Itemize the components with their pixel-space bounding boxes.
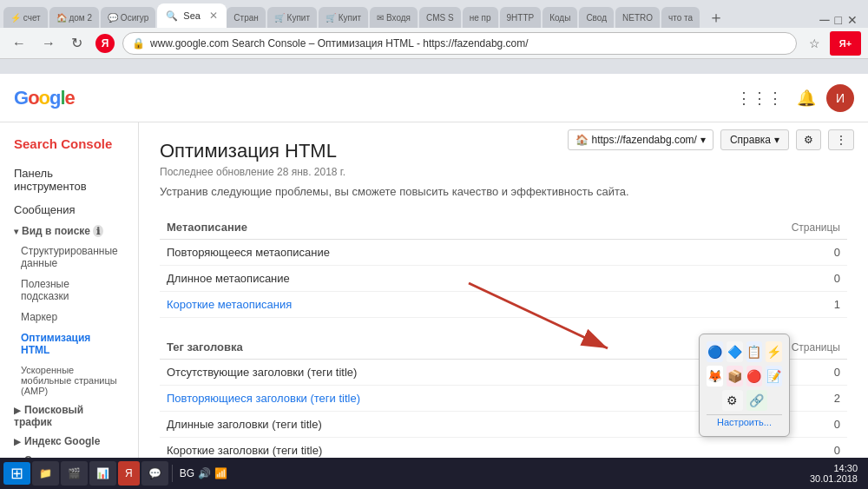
popup-icons-row2: 🦊 📦 🔴 📝	[707, 366, 782, 387]
table-row: Короткие метаописания 1	[160, 292, 847, 318]
popup-icon-3[interactable]: 📋	[746, 341, 763, 362]
page-description: Устранив следующие проблемы, вы сможете …	[160, 185, 847, 198]
site-dropdown-icon: ▾	[700, 134, 706, 146]
popup-icon-2[interactable]: 🔷	[727, 341, 743, 362]
start-button[interactable]: ⊞	[3, 462, 30, 485]
table-row: Длинное метаописание 0	[160, 266, 847, 292]
address-bar[interactable]: 🔒 www.google.com Search Console – Оптими…	[122, 32, 797, 55]
expand-arrow-traffic: ▶	[14, 406, 21, 415]
meta-val-short: 1	[667, 292, 847, 318]
popup-icon-6[interactable]: 📦	[727, 366, 743, 387]
taskbar: ⊞ 📁 🎬 📊 Я 💬 BG 🔊 📶 14:30 30.01.2018	[0, 458, 868, 489]
bookmark-button[interactable]: ☆	[802, 31, 826, 56]
new-tab-button[interactable]: ＋	[701, 7, 731, 28]
tab-kupit1[interactable]: 🛒 Купит	[267, 7, 317, 28]
title-link-dup[interactable]: Повторяющиеся заголовки (теги title)	[167, 392, 360, 405]
configure-button[interactable]: Настроить...	[707, 414, 782, 429]
tab-sea-active[interactable]: 🔍 Sea ✕	[157, 3, 227, 28]
tab-kik[interactable]: 💬 Осигур	[101, 7, 155, 28]
expand-arrow-index: ▶	[14, 437, 21, 446]
minimize-button[interactable]: ─	[819, 12, 829, 28]
apps-button[interactable]: ⋮⋮⋮	[733, 85, 786, 111]
tab-cms[interactable]: CMS S	[419, 7, 461, 28]
popup-icon-7[interactable]: 🔴	[746, 366, 763, 387]
taskbar-app3[interactable]: 📊	[89, 461, 116, 486]
tab-kody[interactable]: Коды	[542, 7, 577, 28]
google-header: Google ⋮⋮⋮ 🔔 И	[0, 74, 868, 122]
sidebar-sub-marker[interactable]: Маркер	[0, 307, 138, 327]
browser-chrome: ⚡ счет 🏠 дом 2 💬 Осигур 🔍 Sea ✕ Стран 🛒 …	[0, 0, 868, 74]
tray-lang: BG	[180, 467, 194, 479]
help-label: Справка	[730, 134, 771, 146]
popup-icon-8[interactable]: 📝	[766, 366, 782, 387]
site-icon: 🏠	[575, 134, 589, 146]
popup-icon-4[interactable]: ⚡	[766, 341, 782, 362]
tab-favicon: 🔍	[166, 10, 178, 22]
more-button[interactable]: ⋮	[828, 129, 854, 150]
nav-bar: ← → ↻ Я 🔒 www.google.com Search Console …	[0, 28, 868, 59]
clock-time: 14:30	[810, 463, 858, 473]
tab-stran[interactable]: Стран	[227, 7, 265, 28]
sidebar-sub-html-opt[interactable]: Оптимизация HTML	[0, 327, 138, 360]
popup-icon-10[interactable]: 🔗	[746, 390, 767, 411]
tab-dom2[interactable]: 🏠 дом 2	[49, 7, 99, 28]
yandex-login-button[interactable]: Я+	[830, 31, 861, 56]
refresh-button[interactable]: ↻	[66, 33, 88, 53]
sidebar-item-messages[interactable]: Сообщения	[0, 198, 138, 221]
tab-netrc[interactable]: NETRO	[615, 7, 660, 28]
popup-icon-bt[interactable]: 🔵	[707, 341, 723, 362]
sidebar-section-index[interactable]: ▶Индекс Google	[0, 432, 138, 451]
sidebar-section-view[interactable]: ▾Вид в поиске ℹ	[0, 221, 138, 241]
sidebar-sub-tips[interactable]: Полезные подсказки	[0, 274, 138, 307]
sidebar-title: Search Console	[0, 129, 138, 162]
user-avatar[interactable]: И	[826, 84, 854, 112]
back-button[interactable]: ←	[7, 34, 31, 53]
close-window-button[interactable]: ✕	[847, 13, 858, 27]
meta-link-short[interactable]: Короткие метаописания	[167, 298, 292, 311]
maximize-button[interactable]: □	[835, 13, 842, 27]
tab-chtota[interactable]: что та	[661, 7, 700, 28]
content-header: 🏠 https://fazendabg.com/ ▾ Справка ▾ ⚙ ⋮	[554, 122, 868, 157]
site-selector[interactable]: 🏠 https://fazendabg.com/ ▾	[568, 129, 713, 150]
tab-mail[interactable]: ✉ Входя	[370, 7, 418, 28]
title-row-dup: Повторяющиеся заголовки (теги title)	[160, 386, 696, 412]
section-meta: Метаописание Страницы Повторяющееся мета…	[160, 215, 847, 318]
tab-svod[interactable]: Свод	[579, 7, 614, 28]
meta-val-long: 0	[667, 266, 847, 292]
title-col-name: Тег заголовка	[160, 335, 696, 360]
tab-kupit2[interactable]: 🛒 Купит	[319, 7, 368, 28]
popup-icons-row3: ⚙ 🔗	[707, 390, 782, 411]
sidebar-sub-structured[interactable]: Структурированные данные	[0, 241, 138, 274]
taskbar-media[interactable]: 🎬	[61, 461, 88, 486]
tab-http[interactable]: не пр	[463, 7, 498, 28]
taskbar-yandex[interactable]: Я	[118, 461, 140, 486]
meta-row-long: Длинное метаописание	[160, 266, 667, 292]
sidebar-sub-amp[interactable]: Ускоренные мобильные страницы (AMP)	[0, 360, 138, 400]
taskbar-separator	[172, 465, 173, 482]
forward-button[interactable]: →	[36, 34, 61, 53]
meta-row-short: Короткие метаописания	[160, 292, 667, 318]
taskbar-tray: BG 🔊 📶	[176, 467, 231, 479]
tray-network: 📶	[214, 467, 227, 479]
taskbar-explorer[interactable]: 📁	[32, 461, 59, 486]
help-button[interactable]: Справка ▾	[720, 129, 789, 150]
title-row-long: Длинные заголовки (теги title)	[160, 412, 696, 438]
tab-label: Sea	[183, 10, 201, 21]
window-controls: ─ □ ✕	[819, 12, 865, 28]
sidebar: Search Console Панель инструментов Сообщ…	[0, 122, 139, 489]
settings-button[interactable]: ⚙	[796, 129, 821, 150]
page-last-updated: Последнее обновление 28 янв. 2018 г.	[160, 166, 847, 178]
svg-text:Я: Я	[102, 37, 109, 50]
help-dropdown-icon: ▾	[774, 134, 779, 146]
popup-icon-9[interactable]: ⚙	[722, 390, 743, 411]
tab-9http[interactable]: 9HTTP	[500, 7, 542, 28]
title-row-missing: Отсутствующие заголовки (теги title)	[160, 360, 696, 386]
tab-close[interactable]: ✕	[209, 10, 218, 22]
taskbar-skype[interactable]: 💬	[141, 461, 168, 486]
sidebar-section-traffic[interactable]: ▶Поисковый трафик	[0, 400, 138, 432]
sidebar-item-panel[interactable]: Панель инструментов	[0, 162, 138, 198]
notifications-button[interactable]: 🔔	[793, 85, 819, 111]
info-icon: ℹ	[93, 225, 103, 237]
popup-icon-5[interactable]: 🦊	[707, 366, 723, 387]
tab-счет[interactable]: ⚡ счет	[3, 7, 48, 28]
